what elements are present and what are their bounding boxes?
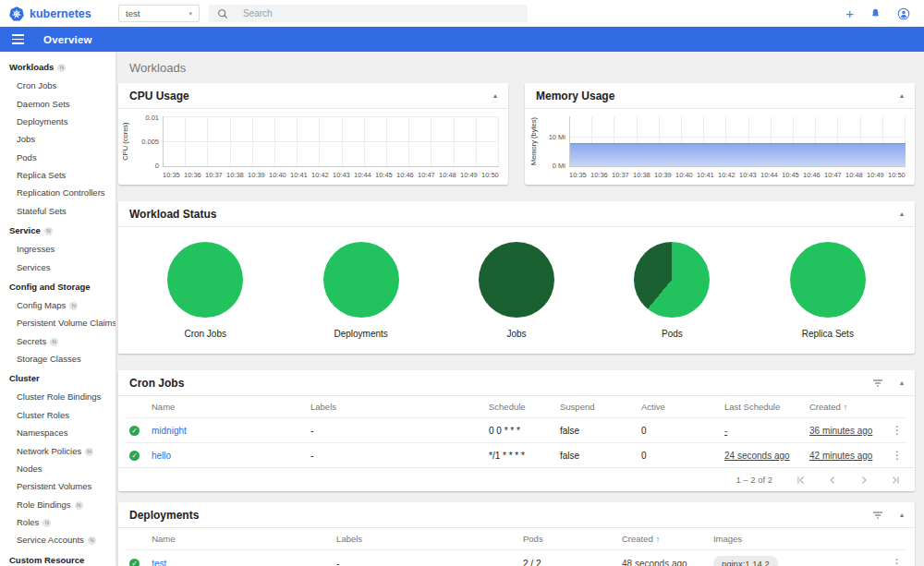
first-page-icon[interactable] (796, 476, 806, 485)
sidebar-group-config-storage[interactable]: Config and Storage (0, 276, 116, 296)
sidebar-item-service-accounts[interactable]: Service AccountsN (0, 531, 116, 548)
x-tick-label: 10:47 (824, 171, 842, 179)
col-active[interactable]: Active (638, 396, 721, 418)
sidebar-item-ingresses[interactable]: Ingresses (0, 240, 116, 258)
create-resource-icon[interactable]: + (845, 7, 854, 20)
sidebar-item-storage-classes[interactable]: Storage Classes (0, 350, 116, 367)
col-created[interactable]: Created↑ (618, 528, 710, 550)
replica-sets-status-pie (790, 242, 866, 318)
col-name[interactable]: Name (148, 528, 333, 550)
x-tick-label: 10:50 (481, 171, 499, 179)
namespace-value: test (126, 8, 140, 18)
sidebar-item-persistent-volumes[interactable]: Persistent Volumes (0, 477, 116, 495)
sidebar-item-persistent-volume-claims[interactable]: Persistent Volume ClaimsN (0, 314, 116, 331)
sidebar-item-replication-controllers[interactable]: Replication Controllers (0, 184, 116, 201)
cpu-ytick: 0.01 (145, 114, 159, 122)
collapse-caret-icon[interactable]: ▴ (900, 511, 904, 519)
namespace-selector[interactable]: test ▾ (118, 5, 200, 22)
cron-jobs-card: Cron Jobs ▴ Name Labels Schedule (118, 370, 915, 491)
group-label: Cluster (9, 373, 40, 383)
cell-labels: - (307, 443, 485, 468)
x-tick-label: 10:44 (760, 171, 778, 179)
group-label: Custom Resource Definitions (9, 555, 84, 566)
col-images[interactable]: Images (710, 528, 887, 550)
col-suspend[interactable]: Suspend (556, 396, 638, 418)
pods-status-pie (634, 242, 710, 318)
sidebar-item-namespaces[interactable]: Namespaces (0, 424, 116, 441)
search-bar[interactable] (209, 5, 528, 22)
previous-page-icon[interactable] (828, 476, 837, 485)
filter-icon[interactable] (872, 511, 883, 520)
sidebar-item-cluster-roles[interactable]: Cluster Roles (0, 406, 116, 424)
collapse-caret-icon[interactable]: ▴ (900, 210, 904, 218)
cron-jobs-status-pie (167, 242, 243, 318)
notifications-bell-icon[interactable] (869, 7, 881, 19)
sidebar-item-replica-sets[interactable]: Replica Sets (0, 166, 116, 184)
search-icon (217, 8, 228, 19)
sidebar-group-workloads[interactable]: WorkloadsN (0, 56, 116, 77)
collapse-caret-icon[interactable]: ▴ (900, 379, 904, 387)
cell-created: 42 minutes ago (809, 451, 872, 461)
sidebar-group-service[interactable]: ServiceN (0, 220, 116, 240)
namespaced-badge: N (75, 501, 83, 510)
sidebar-item-daemon-sets[interactable]: Daemon Sets (0, 94, 116, 112)
sidebar-item-cron-jobs[interactable]: Cron Jobs (0, 77, 116, 94)
collapse-caret-icon[interactable]: ▴ (493, 91, 497, 100)
col-name[interactable]: Name (148, 396, 307, 418)
memory-x-axis-labels: 10:3510:3610:3710:3810:3910:4010:4110:42… (569, 171, 906, 179)
col-labels[interactable]: Labels (333, 528, 519, 550)
filter-icon[interactable] (872, 379, 883, 388)
collapse-caret-icon[interactable]: ▴ (900, 91, 904, 100)
sidebar-item-stateful-sets[interactable]: Stateful Sets (0, 202, 116, 220)
cronjob-name-link[interactable]: hello (152, 451, 171, 461)
sidebar-group-crd[interactable]: Custom Resource Definitions (0, 549, 116, 566)
x-tick-label: 10:46 (803, 171, 821, 179)
cell-labels: - (307, 418, 485, 443)
row-actions-kebab-icon[interactable]: ⋮ (887, 418, 907, 443)
table-row: ✓ hello - */1 * * * * false 0 24 seconds… (126, 443, 907, 468)
sidebar-item-role-bindings[interactable]: Role BindingsN (0, 496, 116, 513)
x-tick-label: 10:36 (590, 171, 608, 179)
cell-labels: - (333, 550, 519, 566)
sidebar-item-pods[interactable]: Pods (0, 149, 116, 166)
last-page-icon[interactable] (891, 476, 900, 485)
col-label: Created (622, 534, 653, 544)
sidebar-item-secrets[interactable]: SecretsN (0, 332, 116, 350)
row-actions-kebab-icon[interactable]: ⋮ (887, 443, 907, 468)
cpu-ytick: 0.005 (141, 138, 159, 146)
col-labels[interactable]: Labels (307, 396, 485, 418)
next-page-icon[interactable] (859, 476, 869, 485)
sidebar-item-config-maps[interactable]: Config MapsN (0, 296, 116, 314)
sidebar-item-nodes[interactable]: Nodes (0, 460, 116, 477)
pie-label: Deployments (334, 329, 387, 339)
account-user-icon[interactable] (897, 7, 910, 20)
sort-ascending-icon: ↑ (844, 403, 848, 412)
namespaced-badge: N (57, 64, 66, 72)
row-actions-kebab-icon[interactable]: ⋮ (887, 550, 907, 566)
cronjob-name-link[interactable]: midnight (152, 426, 187, 436)
sidebar-item-network-policies[interactable]: Network PoliciesN (0, 441, 116, 459)
namespaced-badge: N (85, 448, 93, 456)
col-created[interactable]: Created↑ (806, 396, 887, 418)
col-last-schedule[interactable]: Last Schedule (721, 396, 806, 418)
sidebar-item-cluster-role-bindings[interactable]: Cluster Role Bindings (0, 388, 116, 405)
sidebar-group-cluster[interactable]: Cluster (0, 367, 116, 388)
x-tick-label: 10:41 (697, 171, 714, 179)
cell-schedule: 0 0 * * * (485, 418, 556, 443)
col-label: Created (809, 402, 841, 412)
col-pods[interactable]: Pods (519, 528, 618, 550)
col-schedule[interactable]: Schedule (485, 396, 556, 418)
sidebar-item-services[interactable]: Services (0, 258, 116, 275)
sidebar-item-deployments[interactable]: Deployments (0, 113, 116, 130)
x-tick-label: 10:40 (269, 171, 286, 179)
search-input[interactable] (243, 8, 474, 18)
cpu-usage-card: CPU Usage ▴ CPU (cores) 0.01 0.005 0 10:… (118, 83, 508, 185)
cpu-card-title: CPU Usage (129, 90, 189, 102)
table-header-row: Name Labels Schedule Suspend Active Last… (126, 396, 907, 418)
deployments-status-pie (323, 242, 399, 318)
sidebar-item-roles[interactable]: RolesN (0, 513, 116, 531)
deployment-name-link[interactable]: test (152, 559, 166, 566)
sidebar-item-jobs[interactable]: Jobs (0, 130, 116, 148)
menu-hamburger-icon[interactable] (12, 34, 24, 43)
kubernetes-logo[interactable]: kubernetes (0, 6, 116, 21)
